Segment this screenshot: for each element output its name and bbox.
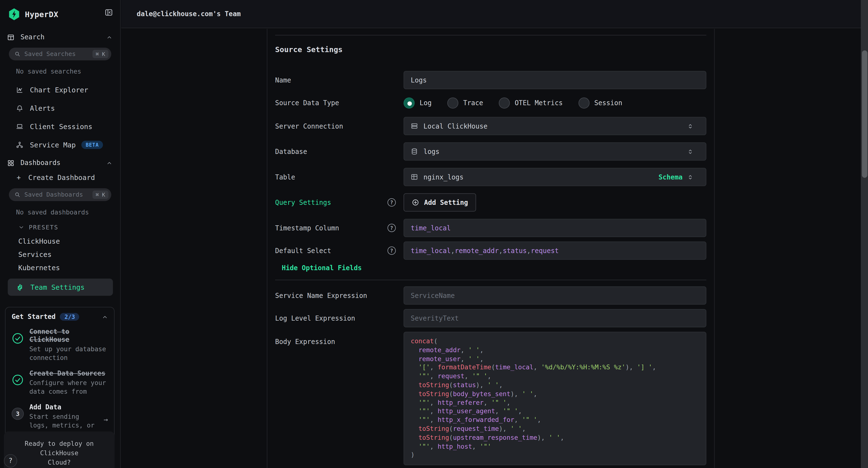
create-dashboard-label: Create Dashboard (28, 173, 95, 182)
gear-icon (16, 283, 24, 291)
plus-circle-icon (412, 199, 419, 206)
get-started-step-connect-to-clickhouse[interactable]: Connect to ClickHouseSet up your databas… (11, 328, 108, 362)
saved-searches-placeholder: Saved Searches (24, 51, 92, 58)
team-settings-label: Team Settings (30, 283, 85, 291)
field-label: Database (275, 148, 396, 155)
presets-header[interactable]: PRESETS (18, 224, 120, 231)
create-dashboard-button[interactable]: + Create Dashboard (17, 173, 120, 182)
sidebar-section-dashboards[interactable]: Dashboards (7, 159, 112, 167)
sidebar-item-label: Chart Explorer (30, 86, 88, 94)
form-row-table: Tablenginx_logsSchema (275, 168, 707, 186)
updown-icon (687, 174, 694, 180)
help-button[interactable]: ? (4, 454, 17, 468)
get-started-title: Get Started (11, 313, 56, 321)
field-label: Default Select (275, 247, 388, 255)
sidebar-item-service-map[interactable]: Service MapBETA (0, 136, 120, 154)
field-control: ServiceName (404, 286, 707, 305)
saved-dashboards-input[interactable]: Saved Dashboards ⌘ K (9, 188, 112, 201)
field-control: concat( remote_addr, ' ', remote_user, '… (404, 332, 707, 465)
name-input[interactable]: Logs (404, 71, 707, 89)
database-select[interactable]: logs (404, 142, 707, 160)
step-status-icon: 3 (11, 408, 24, 420)
field-label: Service Name Expression (275, 292, 396, 299)
help-icon[interactable]: ? (388, 246, 396, 255)
sidebar-section-search[interactable]: Search (7, 33, 112, 41)
saved-searches-input[interactable]: Saved Searches ⌘ K (9, 48, 112, 60)
sidebar-item-chart-explorer[interactable]: Chart Explorer (0, 81, 120, 99)
form-row-source-data-type: Source Data TypeLogTraceOTEL MetricsSess… (275, 96, 707, 110)
get-started-card: Get Started 2/3 Connect to ClickHouseSet… (5, 307, 115, 445)
table-select[interactable]: nginx_logsSchema (404, 168, 707, 186)
plus-icon: + (17, 173, 21, 182)
service-name-expression-input[interactable]: ServiceName (404, 286, 707, 305)
source-data-type-radio-group: LogTraceOTEL MetricsSession (404, 96, 707, 110)
preset-item-services[interactable]: Services (0, 247, 120, 261)
field-label: Body Expression (275, 338, 396, 346)
radio-unselected[interactable] (578, 97, 589, 109)
radio-option-otel-metrics[interactable]: OTEL Metrics (499, 97, 563, 109)
get-started-step-create-data-sources[interactable]: Create Data SourcesConfigure where your … (11, 369, 108, 396)
radio-label: Trace (463, 99, 483, 107)
field-label-cell: Service Name Expression (275, 292, 404, 299)
topbar: dale@clickhouse.com's Team (121, 0, 868, 28)
help-icon[interactable]: ? (388, 224, 396, 232)
preset-item-clickhouse[interactable]: ClickHouse (0, 234, 120, 247)
form-row-name: NameLogs (275, 71, 707, 89)
app-window: HyperDX Search Saved Searches ⌘ K No sav… (0, 0, 868, 468)
server-icon (411, 122, 418, 129)
chevron-up-icon (106, 34, 112, 40)
default-select-input[interactable]: time_local, remote_addr, status, request (404, 241, 707, 260)
add-setting-button[interactable]: Add Setting (404, 193, 476, 211)
field-label: Timestamp Column (275, 224, 388, 232)
radio-selected[interactable] (404, 97, 415, 109)
server-connection-select[interactable]: Local ClickHouse (404, 117, 707, 135)
page-title: Source Settings (275, 45, 707, 54)
radio-unselected[interactable] (499, 97, 510, 109)
step-description: Set up your database connection (29, 345, 108, 362)
field-control: Add Setting (404, 193, 707, 211)
database-icon (411, 148, 418, 155)
radio-unselected[interactable] (447, 97, 458, 109)
source-settings-panel: Source Settings NameLogsSource Data Type… (267, 29, 715, 468)
scrollbar-track[interactable] (861, 0, 868, 468)
sidebar-item-client-sessions[interactable]: Client Sessions (0, 117, 120, 136)
radio-option-session[interactable]: Session (578, 97, 622, 109)
button-label: Add Setting (424, 199, 468, 206)
field-label-cell: Timestamp Column? (275, 224, 404, 232)
schema-button[interactable]: Schema (658, 173, 683, 181)
no-saved-searches-note: No saved searches (16, 67, 120, 75)
input-placeholder: SeverityText (411, 314, 459, 322)
hide-optional-fields-link[interactable]: Hide Optional Fields (282, 264, 707, 272)
step-title: Connect to ClickHouse (29, 328, 108, 343)
laptop-icon (16, 123, 23, 130)
field-label-cell: Body Expression (275, 332, 404, 346)
radio-option-log[interactable]: Log (404, 97, 432, 109)
select-value: logs (424, 148, 682, 155)
step-title: Create Data Sources (29, 369, 108, 377)
preset-item-kubernetes[interactable]: Kubernetes (0, 261, 120, 274)
select-value: nginx_logs (424, 173, 658, 181)
timestamp-column-input[interactable]: time_local (404, 219, 707, 237)
field-control: LogTraceOTEL MetricsSession (404, 96, 707, 110)
form-row-query-settings: Query Settings?Add Setting (275, 193, 707, 211)
get-started-header[interactable]: Get Started 2/3 (11, 313, 108, 321)
field-control: time_local (404, 219, 707, 237)
field-label-cell: Source Data Type (275, 99, 404, 107)
scrollbar-thumb[interactable] (862, 51, 867, 178)
sidebar-nav: Chart ExplorerAlertsClient SessionsServi… (0, 81, 120, 154)
help-icon[interactable]: ? (388, 198, 396, 206)
preset-label: ClickHouse (18, 237, 60, 245)
field-label-cell: Table (275, 173, 404, 181)
search-section-label: Search (21, 33, 106, 41)
sidebar-item-team-settings[interactable]: Team Settings (8, 279, 113, 296)
log-level-expression-input[interactable]: SeverityText (404, 309, 707, 327)
body-expression-editor[interactable]: concat( remote_addr, ' ', remote_user, '… (404, 332, 707, 465)
radio-option-trace[interactable]: Trace (447, 97, 483, 109)
field-label-cell: Name (275, 76, 404, 84)
sidebar-collapse-button[interactable] (105, 8, 113, 17)
field-control: nginx_logsSchema (404, 168, 707, 186)
field-control: Logs (404, 71, 707, 89)
sidebar-item-alerts[interactable]: Alerts (0, 99, 120, 117)
chart-icon (16, 86, 23, 94)
search-icon (14, 51, 21, 57)
